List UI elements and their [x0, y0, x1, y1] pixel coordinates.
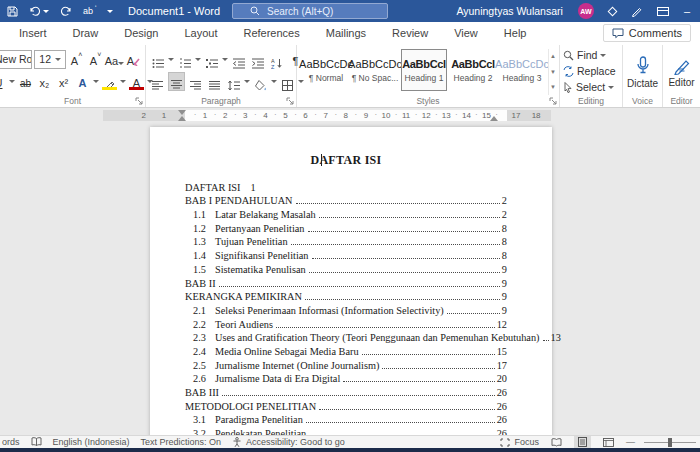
toc-row[interactable]: 2.3Uses and Gratification Theory (Teori …: [185, 330, 507, 344]
undo-button[interactable]: [29, 0, 49, 22]
align-left-button[interactable]: [149, 72, 166, 91]
tab-draw[interactable]: Draw: [60, 22, 112, 45]
font-name-combo[interactable]: New Roma: [0, 50, 32, 69]
pen-icon[interactable]: [631, 6, 642, 17]
line-spacing-button[interactable]: [225, 72, 242, 91]
borders-button[interactable]: [279, 72, 296, 91]
dictate-button[interactable]: Dictate: [626, 48, 659, 96]
select-button[interactable]: Select: [563, 79, 619, 95]
tab-view[interactable]: View: [441, 22, 491, 45]
toc-row[interactable]: DAFTAR ISI1: [185, 179, 507, 193]
toc-row[interactable]: 1.5Sistematika Penulisan9: [185, 261, 507, 275]
decrease-indent-button[interactable]: [230, 50, 247, 69]
toc-row[interactable]: 2.4Media Online Sebagai Media Baru15: [185, 343, 507, 357]
toc-row[interactable]: 1.3Tujuan Penelitian8: [185, 234, 507, 248]
line-spacing-dropdown-icon[interactable]: [244, 80, 250, 83]
text-predictions-status[interactable]: Text Predictions: On: [141, 437, 222, 447]
style-heading-2[interactable]: AaBbCclHeading 2: [450, 49, 496, 91]
align-right-button[interactable]: [187, 72, 204, 91]
highlight-button[interactable]: [101, 72, 118, 91]
toc-row[interactable]: 1.2Pertanyaan Penelitian8: [185, 220, 507, 234]
text-effects-button[interactable]: A: [74, 72, 91, 91]
undo-dropdown-icon[interactable]: [43, 10, 49, 13]
multilevel-list-button[interactable]: [203, 50, 220, 69]
tab-layout[interactable]: Layout: [171, 22, 230, 45]
numbering-dropdown-icon[interactable]: [195, 58, 201, 61]
tab-design[interactable]: Design: [111, 22, 171, 45]
first-line-indent-marker[interactable]: [178, 110, 186, 115]
save-icon[interactable]: [7, 0, 18, 22]
toc-row[interactable]: 2.1Seleksi Penerimaan Informasi (Informa…: [185, 302, 507, 316]
style-heading-1[interactable]: AaBbCclHeading 1: [401, 49, 447, 91]
toc-row[interactable]: 2.6Jurnalisme Data di Era Digital20: [185, 371, 507, 385]
bullets-dropdown-icon[interactable]: [168, 58, 174, 61]
style--no-spac-[interactable]: AaBbCcDc¶ No Spac...: [352, 49, 398, 91]
styles-scroll-up-icon[interactable]: ▲: [550, 51, 556, 62]
proofing-icon[interactable]: [31, 437, 42, 447]
paragraph-dialog-launcher-icon[interactable]: [286, 97, 294, 105]
editor-button[interactable]: Editor: [666, 48, 697, 96]
style-heading-3[interactable]: AaBbCcDcHeading 3: [499, 49, 545, 91]
word-count[interactable]: ords: [2, 437, 20, 447]
sort-button[interactable]: AZ: [268, 50, 285, 69]
document-area[interactable]: DAFTAR ISI DAFTAR ISI1BAB I PENDAHULUAN2…: [0, 122, 700, 435]
numbering-button[interactable]: [176, 50, 193, 69]
clear-formatting-button[interactable]: A: [125, 50, 142, 69]
horizontal-ruler[interactable]: 211·2·3·4·5·6·7·8·9·10·11·12·13·14·15··1…: [0, 108, 700, 122]
subscript-button[interactable]: x₂: [36, 72, 53, 91]
zoom-slider[interactable]: [644, 442, 696, 443]
tab-review[interactable]: Review: [379, 22, 441, 45]
style--normal[interactable]: AaBbCcDc¶ Normal: [303, 49, 349, 91]
font-size-combo[interactable]: 12: [34, 50, 66, 69]
strikethrough-button[interactable]: ab: [17, 72, 34, 91]
replace-button[interactable]: Replace: [563, 63, 619, 79]
focus-button[interactable]: Focus: [500, 437, 539, 447]
toc-row[interactable]: BAB III26: [185, 384, 507, 398]
underline-button[interactable]: U: [0, 72, 7, 91]
language-status[interactable]: English (Indonesia): [53, 437, 130, 447]
superscript-button[interactable]: x²: [55, 72, 72, 91]
toc-row[interactable]: 2.5Jurnalisme Internet (Online Journalis…: [185, 357, 507, 371]
coming-soon-icon[interactable]: [607, 6, 617, 16]
toc-row[interactable]: 1.1Latar Belakang Masalah2: [185, 206, 507, 220]
shading-button[interactable]: [252, 72, 269, 91]
toc-row[interactable]: 2.2Teori Audiens12: [185, 316, 507, 330]
styles-scroll-down-icon[interactable]: ▼: [550, 67, 556, 78]
increase-indent-button[interactable]: [249, 50, 266, 69]
find-button[interactable]: Find: [563, 47, 619, 63]
search-input[interactable]: Search (Alt+Q): [232, 3, 388, 19]
tab-help[interactable]: Help: [491, 22, 540, 45]
tab-references[interactable]: References: [230, 22, 312, 45]
zoom-out-icon[interactable]: —: [626, 437, 635, 447]
customize-qat-icon[interactable]: [107, 10, 113, 13]
align-center-button[interactable]: [168, 72, 185, 91]
redo-button[interactable]: [60, 0, 72, 22]
print-layout-view-icon[interactable]: [574, 436, 591, 448]
grow-font-button[interactable]: A˄: [68, 50, 85, 69]
underline-dropdown-icon[interactable]: [9, 80, 15, 83]
toc-row[interactable]: 3.2Pendekatan Penelitian26: [185, 425, 507, 435]
avatar[interactable]: AW: [578, 3, 594, 19]
minimize-icon[interactable]: –: [684, 0, 690, 22]
toc-row[interactable]: 3.1Paradigma Penelitian26: [185, 412, 507, 426]
page[interactable]: DAFTAR ISI DAFTAR ISI1BAB I PENDAHULUAN2…: [150, 127, 552, 435]
toc-row[interactable]: KERANGKA PEMIKIRAN9: [185, 289, 507, 303]
shading-dropdown-icon[interactable]: [271, 80, 277, 83]
font-dialog-launcher-icon[interactable]: [135, 97, 143, 105]
read-mode-view-icon[interactable]: [548, 436, 565, 448]
toc-row[interactable]: BAB II9: [185, 275, 507, 289]
highlight-dropdown-icon[interactable]: [120, 80, 126, 83]
account-name[interactable]: Ayuningtyas Wulansari: [456, 5, 562, 17]
comments-button[interactable]: Comments: [603, 24, 691, 42]
toc-row[interactable]: BAB I PENDAHULUAN2: [185, 193, 507, 207]
justify-button[interactable]: [206, 72, 223, 91]
accessibility-status[interactable]: Accessibility: Good to go: [232, 437, 345, 447]
web-layout-view-icon[interactable]: [600, 436, 617, 448]
zoom-slider-handle[interactable]: [668, 438, 672, 447]
ribbon-display-options-icon[interactable]: [657, 7, 669, 16]
tab-insert[interactable]: Insert: [6, 22, 60, 45]
font-color-button[interactable]: A: [128, 72, 145, 91]
multilevel-dropdown-icon[interactable]: [222, 58, 228, 61]
styles-dialog-launcher-icon[interactable]: [549, 97, 557, 105]
text-effects-dropdown-icon[interactable]: [93, 80, 99, 83]
